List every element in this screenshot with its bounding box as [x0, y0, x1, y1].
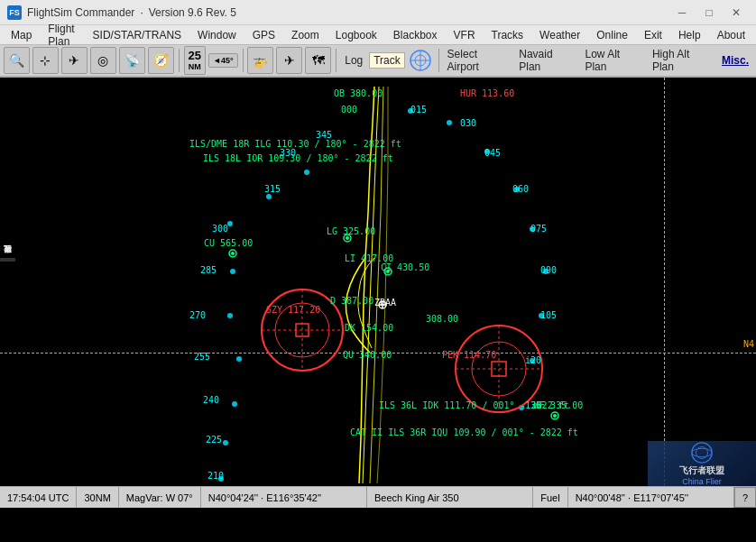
svg-point-46	[692, 448, 712, 456]
label-285: 285	[200, 265, 217, 275]
svg-point-30	[553, 414, 557, 418]
right-edge-n4: N4	[743, 339, 754, 349]
svg-point-7	[266, 194, 272, 199]
tool-freq[interactable]: 📡	[119, 47, 145, 74]
minimize-button[interactable]: ─	[669, 0, 695, 25]
status-coords-right: N40°00'48'' · E117°07'45''	[568, 487, 734, 508]
label-315: 315	[264, 184, 281, 194]
tool-circle[interactable]: ◎	[90, 47, 116, 74]
track-icon[interactable]	[408, 47, 434, 74]
label-225: 225	[206, 435, 222, 445]
label-300: 300	[212, 224, 228, 234]
titlebar-controls: ─ □ ✕	[669, 0, 749, 25]
toolbar-sep-2	[243, 49, 244, 72]
label-270: 270	[189, 310, 206, 320]
map-area[interactable]: 015 030 345 045 330 315 060 300 075 285 …	[0, 78, 756, 486]
label-ils-18l: ILS 18L IOR 109.30 / 180° - 2822 ft	[203, 153, 393, 163]
menu-about[interactable]: About	[710, 25, 752, 45]
status-coords-left: N40°04'24'' · E116°35'42''	[201, 487, 367, 508]
tool-heli[interactable]: 🚁	[247, 47, 273, 74]
status-aircraft: Beech King Air 350	[367, 487, 533, 508]
nm-display: 25 NM	[184, 46, 206, 75]
label-cu: CU 565.00	[204, 238, 253, 248]
toolbar-sep-3	[336, 49, 337, 72]
title-separator: ·	[140, 6, 143, 19]
titlebar: FS FlightSim Commander · Version 9.6 Rev…	[0, 0, 756, 25]
left-edge-label: 飞行者联盟	[0, 258, 15, 262]
label-ci: CI 430.50	[381, 262, 429, 272]
tool-magnify[interactable]: 🔍	[4, 47, 30, 74]
label-zbaa: ZBAA	[374, 298, 396, 308]
menu-exit[interactable]: Exit	[637, 25, 669, 45]
menu-online[interactable]: Online	[589, 25, 635, 45]
log-label[interactable]: Log	[341, 54, 366, 67]
navaid-plan-btn[interactable]: Navaid Plan	[515, 48, 578, 73]
select-airport-btn[interactable]: Select Airport	[444, 48, 513, 73]
menu-window[interactable]: Window	[190, 25, 244, 45]
titlebar-left: FS FlightSim Commander · Version 9.6 Rev…	[7, 5, 236, 20]
label-i20: i20	[525, 355, 541, 365]
status-magvar: MagVar: W 07°	[119, 487, 201, 508]
app-name: FlightSim Commander	[27, 6, 134, 19]
menu-sidstar[interactable]: SID/STAR/TRANS	[86, 25, 189, 45]
label-wf: WF 335.00	[534, 400, 583, 410]
menu-zoom[interactable]: Zoom	[284, 25, 327, 45]
menu-gps[interactable]: GPS	[245, 25, 282, 45]
label-dk: DK 154.00	[345, 323, 393, 333]
svg-point-15	[236, 356, 242, 362]
menu-vfr[interactable]: VFR	[447, 25, 483, 45]
label-ils-18r: ILS/DME 18R ILG 110.30 / 180° - 2822 ft	[189, 139, 401, 149]
menu-weather[interactable]: Weather	[532, 25, 587, 45]
track-label[interactable]: Track	[369, 52, 405, 69]
label-030: 030	[460, 118, 476, 128]
label-hur: HUR 113.60	[460, 88, 514, 98]
label-255: 255	[194, 352, 210, 362]
statusbar: 17:54:04 UTC 30NM MagVar: W 07° N40°04'2…	[0, 486, 756, 508]
label-cat2: CAT II ILS 36R IQU 109.90 / 001° - 2822 …	[350, 427, 578, 437]
label-d: D 387.00	[330, 296, 373, 306]
svg-point-44	[692, 443, 712, 463]
svg-point-11	[230, 269, 235, 274]
nm-unit: NM	[189, 62, 201, 72]
menu-help[interactable]: Help	[671, 25, 708, 45]
toolbar: 🔍 ⊹ ✈ ◎ 📡 🧭 25 NM ◄45° 🚁 ✈ 🗺 Log Track S…	[0, 45, 756, 78]
menu-tracks[interactable]: Tracks	[484, 25, 531, 45]
nm-value: 25	[189, 49, 201, 63]
tool-nav[interactable]: 🗺	[305, 47, 331, 74]
label-240: 240	[203, 395, 219, 405]
svg-point-17	[232, 401, 237, 407]
menu-map[interactable]: Map	[4, 25, 39, 45]
svg-point-6	[304, 170, 309, 175]
low-alt-plan-btn[interactable]: Low Alt Plan	[581, 48, 646, 73]
label-ob-000: 000	[341, 105, 357, 115]
tool-plane[interactable]: ✈	[61, 47, 88, 74]
degrees-display: ◄45°	[208, 53, 238, 69]
menu-logbook[interactable]: Logbook	[328, 25, 384, 45]
tool-compass[interactable]: 🧭	[148, 47, 174, 74]
status-help-btn[interactable]: ?	[734, 487, 756, 508]
svg-point-13	[227, 313, 233, 318]
menubar: Map Flight Plan SID/STAR/TRANS Window GP…	[0, 25, 756, 45]
tool-cursor[interactable]: ⊹	[32, 47, 59, 74]
label-105: 105	[540, 310, 557, 320]
misc-btn[interactable]: Misc.	[718, 54, 752, 67]
watermark-sub: China Flier	[682, 477, 722, 486]
label-pek: PEK 114.70	[442, 350, 496, 360]
watermark-text: 飞行者联盟	[679, 464, 724, 477]
close-button[interactable]: ✕	[724, 0, 749, 25]
label-210: 210	[207, 471, 224, 481]
watermark: 飞行者联盟 China Flier	[648, 441, 756, 486]
high-alt-plan-btn[interactable]: High Alt Plan	[649, 48, 715, 73]
app-logo: FS	[7, 5, 22, 20]
label-075: 075	[530, 224, 547, 234]
label-045: 045	[484, 148, 501, 158]
svg-point-24	[346, 236, 349, 240]
label-090: 090	[540, 265, 557, 275]
svg-point-28	[231, 252, 235, 255]
app-version: Version 9.6 Rev. 5	[149, 6, 236, 19]
maximize-button[interactable]: □	[696, 0, 722, 25]
label-szy: SZY 117.20	[266, 305, 320, 315]
menu-flight-plan[interactable]: Flight Plan	[41, 25, 83, 45]
tool-plane2[interactable]: ✈	[276, 47, 302, 74]
menu-blackbox[interactable]: Blackbox	[386, 25, 445, 45]
